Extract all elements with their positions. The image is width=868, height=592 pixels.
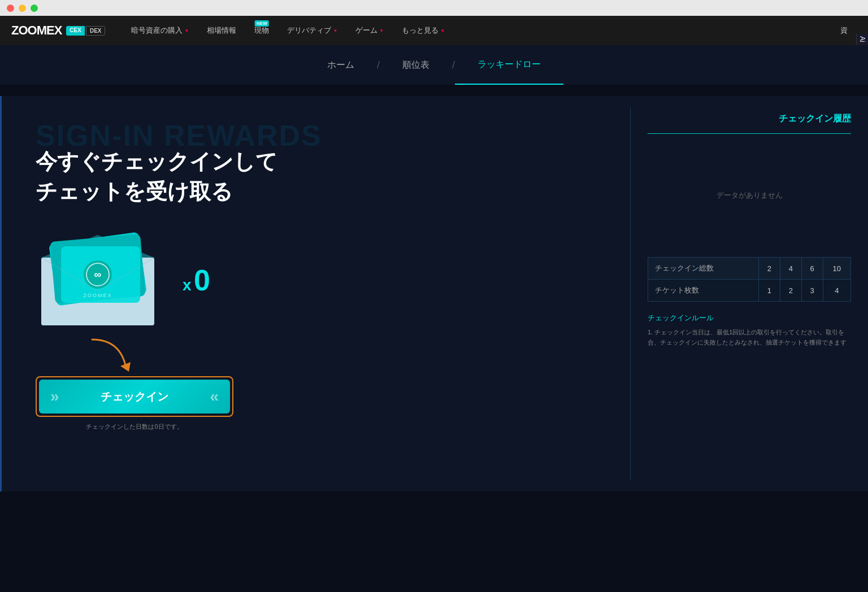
nav-item-market[interactable]: 相場情報: [198, 16, 245, 45]
nav-items: 暗号資産の購入 ▼ 相場情報 現物 デリバティブ ▼ ゲーム ▼ もっと見る ▼: [122, 16, 831, 45]
close-button[interactable]: [7, 5, 14, 12]
window-chrome: [0, 0, 868, 16]
table-cell-val3: 6: [801, 258, 823, 280]
svg-text:ZOOMEX: ZOOMEX: [83, 293, 112, 298]
dropdown-arrow-icon: ▼: [333, 28, 337, 33]
table-cell-val2: 2: [780, 280, 801, 302]
subnav-leaderboard[interactable]: 順位表: [380, 45, 452, 85]
table-cell-label: チケット枚数: [648, 280, 759, 302]
logo[interactable]: ZOOMEX: [11, 23, 62, 38]
checkin-days-label: チェックインした日数は0日です。: [36, 423, 233, 431]
ticket-count-value: 0: [194, 264, 210, 297]
right-panel: チェックイン履歴 データがありません チェックイン総数 2 4 6 10 チケッ…: [631, 96, 868, 491]
checkin-button[interactable]: チェックイン: [39, 380, 230, 413]
logo-area: ZOOMEX CEX DEX: [11, 23, 105, 38]
table-cell-val1: 2: [758, 258, 780, 280]
dropdown-arrow-icon: ▼: [379, 28, 384, 33]
svg-text:∞: ∞: [94, 269, 102, 280]
headline: 今すぐチェックインして チェットを受け取る: [36, 147, 596, 207]
subnav-lucky-draw[interactable]: ラッキードロー: [455, 45, 563, 85]
rules-text: 1. チェックイン当日は、最低1回以上の取引を行ってください。取引を合、チェック…: [648, 328, 851, 347]
badge-cex[interactable]: CEX: [66, 26, 85, 36]
logo-badge: CEX DEX: [66, 26, 105, 36]
sub-nav: ホーム / 順位表 / ラッキードロー: [0, 45, 868, 85]
rules-title: チェックインルール: [648, 313, 851, 323]
history-divider: [648, 133, 851, 134]
nav-item-derivatives[interactable]: デリバティブ ▼: [278, 16, 346, 45]
nav-item-more[interactable]: もっと見る ▼: [393, 16, 454, 45]
rules-section: チェックインルール 1. チェックイン当日は、最低1回以上の取引を行ってください…: [648, 313, 851, 347]
table-cell-val4: 4: [823, 280, 850, 302]
table-cell-val4: 10: [823, 258, 850, 280]
main-content: SIGN-IN REWARDS 今すぐチェックインして チェットを受け取る: [0, 96, 868, 491]
badge-dex[interactable]: DEX: [86, 26, 106, 36]
checkin-button-area: チェックイン チェックインした日数は0日です。: [36, 348, 596, 431]
dropdown-arrow-icon: ▼: [184, 28, 189, 33]
nav-item-buy[interactable]: 暗号資産の購入 ▼: [122, 16, 198, 45]
subnav-home[interactable]: ホーム: [305, 45, 377, 85]
checkin-button-outer: チェックイン: [36, 376, 233, 417]
stats-table: チェックイン総数 2 4 6 10 チケット枚数 1 2 3 4: [648, 257, 851, 302]
dropdown-arrow-icon: ▼: [440, 28, 445, 33]
content-wrapper: SIGN-IN REWARDS 今すぐチェックインして チェットを受け取る: [0, 96, 868, 491]
table-row: チェックイン総数 2 4 6 10: [648, 258, 851, 280]
envelope-illustration: ∞ ZOOMEX: [36, 229, 160, 331]
nav-item-game[interactable]: ゲーム ▼: [346, 16, 393, 45]
ticket-count-prefix: x: [183, 276, 192, 294]
table-cell-val2: 4: [780, 258, 801, 280]
history-title[interactable]: チェックイン履歴: [648, 113, 851, 125]
table-row: チケット枚数 1 2 3 4: [648, 280, 851, 302]
table-cell-val1: 1: [758, 280, 780, 302]
no-data-message: データがありません: [648, 145, 851, 246]
top-nav: ZOOMEX CEX DEX 暗号資産の購入 ▼ 相場情報 現物 デリバティブ …: [0, 16, 868, 45]
ticket-count-display: x 0: [183, 263, 210, 297]
nav-right-text: 資: [831, 25, 857, 36]
nav-item-spot[interactable]: 現物: [245, 16, 278, 45]
table-cell-val3: 3: [801, 280, 823, 302]
ai-indicator: Ai: [856, 34, 868, 45]
ticket-area: ∞ ZOOMEX x 0: [36, 229, 596, 331]
minimize-button[interactable]: [19, 5, 26, 12]
table-cell-label: チェックイン総数: [648, 258, 759, 280]
left-panel: SIGN-IN REWARDS 今すぐチェックインして チェットを受け取る: [2, 96, 630, 491]
maximize-button[interactable]: [31, 5, 38, 12]
